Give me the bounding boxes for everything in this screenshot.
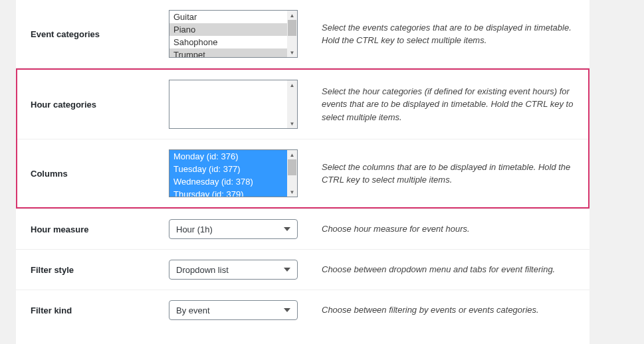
scroll-down-icon[interactable]: ▼ xyxy=(287,48,297,57)
filter-style-select[interactable]: Dropdown list xyxy=(169,260,298,280)
label-event-categories: Event categories xyxy=(31,29,100,39)
label-hour-measure: Hour measure xyxy=(31,224,88,234)
row-hour-categories: Hour categories ▲ ▼ Select the hour cate… xyxy=(17,70,588,139)
scroll-up-icon[interactable]: ▲ xyxy=(287,11,297,20)
list-item[interactable]: Wednesday (id: 378) xyxy=(169,175,297,188)
scrollbar[interactable]: ▲ ▼ xyxy=(287,11,297,57)
filter-kind-select[interactable]: By event xyxy=(169,300,298,320)
list-item[interactable]: Guitar xyxy=(169,11,297,23)
scroll-up-icon[interactable]: ▲ xyxy=(287,150,297,159)
desc-hour-categories: Select the hour categories (if defined f… xyxy=(322,85,575,124)
row-columns: Columns Monday (id: 376) Tuesday (id: 37… xyxy=(17,139,588,207)
scroll-down-icon[interactable]: ▼ xyxy=(287,187,297,197)
scrollbar[interactable]: ▲ ▼ xyxy=(287,80,297,128)
row-filter-style: Filter style Dropdown list Choose betwee… xyxy=(16,250,590,290)
label-hour-categories: Hour categories xyxy=(31,100,96,110)
highlight-section: Hour categories ▲ ▼ Select the hour cate… xyxy=(16,68,590,209)
scroll-down-icon[interactable]: ▼ xyxy=(287,119,297,128)
list-item[interactable]: Thursday (id: 379) xyxy=(169,188,297,197)
row-event-categories: Event categories Guitar Piano Sahophone … xyxy=(16,0,590,68)
list-item[interactable]: Tuesday (id: 377) xyxy=(169,163,297,175)
row-filter-kind: Filter kind By event Choose between filt… xyxy=(16,290,590,331)
row-hour-measure: Hour measure Hour (1h) Choose hour measu… xyxy=(16,209,590,250)
label-columns: Columns xyxy=(31,169,68,179)
scroll-thumb[interactable] xyxy=(288,20,296,36)
list-item[interactable]: Monday (id: 376) xyxy=(169,150,297,163)
scroll-up-icon[interactable]: ▲ xyxy=(287,80,297,90)
settings-table: Event categories Guitar Piano Sahophone … xyxy=(16,0,590,330)
label-filter-kind: Filter kind xyxy=(31,305,72,315)
label-filter-style: Filter style xyxy=(31,265,74,275)
event-categories-listbox[interactable]: Guitar Piano Sahophone Trumpet ▲ ▼ xyxy=(169,10,298,58)
desc-event-categories: Select the events categories that are to… xyxy=(322,23,572,46)
list-item[interactable]: Sahophone xyxy=(169,36,297,48)
scroll-thumb[interactable] xyxy=(288,159,296,175)
list-item[interactable]: Trumpet xyxy=(169,48,297,57)
desc-columns: Select the columns that are to be displa… xyxy=(322,161,575,187)
desc-hour-measure: Choose hour measure for event hours. xyxy=(322,224,470,234)
desc-filter-kind: Choose between filtering by events or ev… xyxy=(322,305,539,315)
hour-categories-listbox[interactable]: ▲ ▼ xyxy=(169,80,298,129)
scrollbar[interactable]: ▲ ▼ xyxy=(287,150,297,197)
hour-measure-select[interactable]: Hour (1h) xyxy=(169,219,298,239)
settings-panel: Event categories Guitar Piano Sahophone … xyxy=(16,0,590,344)
columns-listbox[interactable]: Monday (id: 376) Tuesday (id: 377) Wedne… xyxy=(169,149,298,197)
desc-filter-style: Choose between dropdown menu and tabs fo… xyxy=(322,264,555,274)
list-item[interactable]: Piano xyxy=(169,23,297,36)
